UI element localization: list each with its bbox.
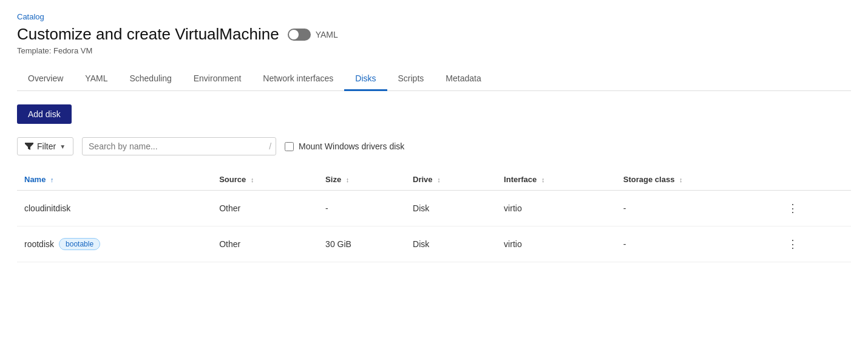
yaml-label: YAML: [316, 30, 338, 39]
col-source[interactable]: Source ↕: [212, 169, 318, 191]
sort-icon: ↕: [346, 176, 350, 183]
tab-scripts[interactable]: Scripts: [387, 67, 435, 91]
cell-size: -: [318, 191, 405, 226]
mount-windows-checkbox[interactable]: [285, 142, 294, 151]
cell-drive: Disk: [405, 191, 497, 226]
cell-actions: ⋮: [775, 226, 851, 262]
sort-icon: ↕: [679, 176, 683, 183]
tab-overview[interactable]: Overview: [17, 67, 74, 91]
cell-name: cloudinitdisk: [17, 191, 212, 226]
cell-drive: Disk: [405, 226, 497, 262]
filter-button[interactable]: Filter ▼: [17, 137, 73, 155]
tab-environment[interactable]: Environment: [183, 67, 253, 91]
disks-table: Name ↑ Source ↕ Size ↕ Drive ↕ Interface…: [17, 169, 851, 262]
breadcrumb[interactable]: Catalog: [17, 12, 851, 21]
tab-metadata[interactable]: Metadata: [435, 67, 492, 91]
sort-icon: ↕: [541, 176, 545, 183]
table-header-row: Name ↑ Source ↕ Size ↕ Drive ↕ Interface…: [17, 169, 851, 191]
col-drive[interactable]: Drive ↕: [405, 169, 497, 191]
col-interface[interactable]: Interface ↕: [497, 169, 616, 191]
row-actions-button[interactable]: ⋮: [782, 235, 803, 253]
search-input[interactable]: [82, 137, 276, 155]
cell-name: rootdisk bootable: [17, 226, 212, 262]
cell-source: Other: [212, 226, 318, 262]
filter-label: Filter: [37, 141, 56, 151]
cell-storage-class: -: [616, 226, 775, 262]
cell-size: 30 GiB: [318, 226, 405, 262]
col-name[interactable]: Name ↑: [17, 169, 212, 191]
tab-network-interfaces[interactable]: Network interfaces: [252, 67, 344, 91]
tab-yaml[interactable]: YAML: [74, 67, 118, 91]
add-disk-button[interactable]: Add disk: [17, 104, 72, 124]
search-wrapper: /: [82, 137, 276, 155]
yaml-toggle-wrapper: YAML: [288, 29, 338, 41]
cell-storage-class: -: [616, 191, 775, 226]
toolbar: Filter ▼ / Mount Windows drivers disk: [17, 137, 851, 155]
col-storage-class[interactable]: Storage class ↕: [616, 169, 775, 191]
bootable-badge: bootable: [59, 238, 100, 250]
sort-icon: ↕: [251, 176, 254, 183]
filter-icon: [25, 143, 33, 150]
sort-icon: ↕: [437, 176, 441, 183]
page-header: Customize and create VirtualMachine YAML: [17, 25, 851, 44]
filter-chevron-icon: ▼: [59, 143, 66, 150]
cell-interface: virtio: [497, 191, 616, 226]
template-label: Template: Fedora VM: [17, 46, 851, 55]
cell-interface: virtio: [497, 226, 616, 262]
mount-windows-checkbox-wrapper[interactable]: Mount Windows drivers disk: [285, 141, 404, 151]
yaml-toggle[interactable]: [288, 29, 311, 41]
table-row: cloudinitdisk Other - Disk virtio - ⋮: [17, 191, 851, 226]
col-actions: [775, 169, 851, 191]
cell-source: Other: [212, 191, 318, 226]
table-row: rootdisk bootable Other 30 GiB Disk virt…: [17, 226, 851, 262]
cell-actions: ⋮: [775, 191, 851, 226]
sort-asc-icon: ↑: [50, 176, 54, 183]
row-actions-button[interactable]: ⋮: [782, 199, 803, 217]
page-title: Customize and create VirtualMachine: [17, 25, 279, 44]
col-size[interactable]: Size ↕: [318, 169, 405, 191]
tab-scheduling[interactable]: Scheduling: [118, 67, 182, 91]
mount-windows-label: Mount Windows drivers disk: [299, 141, 404, 151]
tabs-nav: Overview YAML Scheduling Environment Net…: [17, 67, 851, 91]
tab-disks[interactable]: Disks: [344, 67, 387, 91]
